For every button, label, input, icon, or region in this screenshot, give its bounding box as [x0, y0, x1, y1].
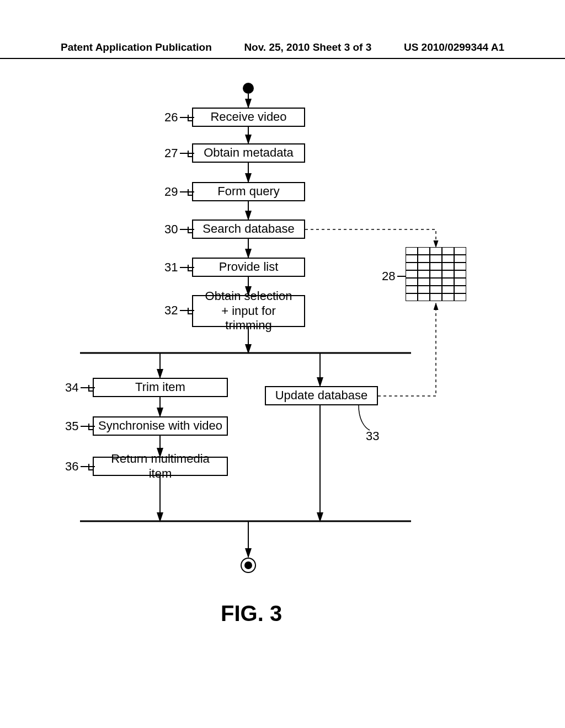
box-synchronise: Synchronise with video	[93, 416, 228, 436]
hook	[188, 115, 193, 121]
box-label: Trim item	[135, 380, 185, 394]
box-provide-list: Provide list	[192, 258, 305, 277]
ref-30: 30	[164, 222, 178, 237]
tick	[397, 276, 406, 277]
database-icon	[406, 247, 466, 301]
box-form-query: Form query	[192, 182, 305, 201]
box-label: Form query	[217, 184, 279, 199]
box-label: Receive video	[210, 110, 286, 124]
ref-26: 26	[164, 110, 178, 125]
ref-32: 32	[164, 303, 178, 318]
hook	[188, 151, 193, 157]
box-obtain-metadata: Obtain metadata	[192, 143, 305, 163]
box-label: Provide list	[219, 260, 279, 274]
ref-35: 35	[65, 419, 78, 433]
diagram-canvas: Receive video Obtain metadata Form query…	[0, 72, 565, 728]
hook	[188, 227, 193, 233]
ref-29: 29	[164, 185, 178, 199]
box-label: Return multimedia item	[98, 452, 222, 481]
box-trim-item: Trim item	[93, 378, 228, 397]
box-update-database: Update database	[265, 386, 378, 405]
hook	[88, 424, 94, 430]
box-receive-video: Receive video	[192, 108, 305, 127]
ref-28: 28	[382, 269, 395, 283]
svg-point-0	[243, 83, 254, 94]
box-return-item: Return multimedia item	[93, 457, 228, 476]
ref-33: 33	[366, 429, 379, 443]
hook	[188, 308, 193, 314]
box-label: Search database	[202, 222, 294, 236]
box-label: Update database	[275, 388, 368, 403]
ref-27: 27	[164, 146, 178, 160]
hook	[188, 265, 193, 271]
header-center: Nov. 25, 2010 Sheet 3 of 3	[244, 41, 371, 53]
header-left: Patent Application Publication	[61, 41, 212, 53]
ref-36: 36	[65, 459, 78, 474]
box-label: Synchronise with video	[98, 419, 222, 433]
box-obtain-selection: Obtain selection + input for trimming	[192, 295, 305, 327]
box-search-database: Search database	[192, 220, 305, 239]
hook	[88, 464, 94, 470]
ref-34: 34	[65, 381, 78, 395]
page-header: Patent Application Publication Nov. 25, …	[0, 41, 565, 59]
svg-point-18	[244, 561, 252, 569]
ref-31: 31	[164, 260, 178, 275]
box-label: Obtain selection + input for trimming	[198, 289, 300, 333]
header-right: US 2010/0299344 A1	[404, 41, 504, 53]
hook	[88, 385, 94, 392]
box-label: Obtain metadata	[204, 146, 294, 160]
hook	[188, 189, 193, 196]
figure-label: FIG. 3	[221, 601, 282, 626]
